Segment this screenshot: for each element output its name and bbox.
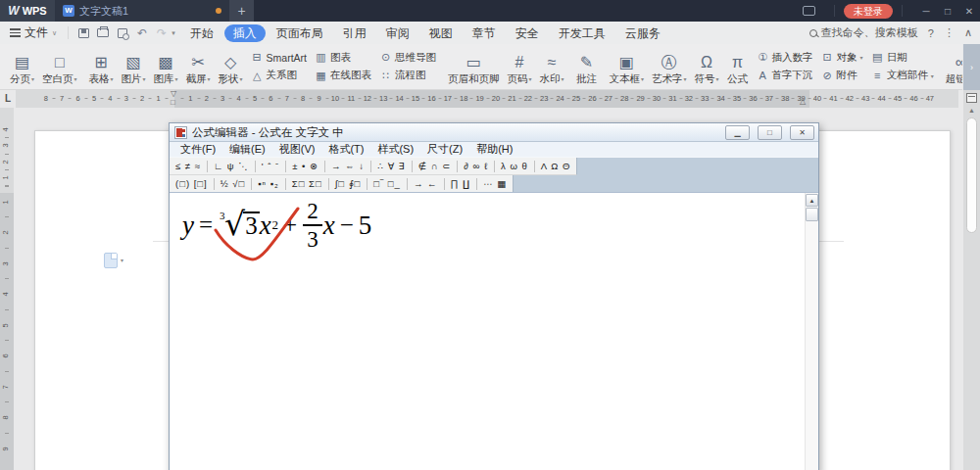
dialog-scrollbar-thumb[interactable] (806, 208, 818, 221)
ribbon-item-文档部件[interactable]: ≡文档部件▾ (871, 69, 934, 82)
file-menu-button[interactable]: 文件 ∨ (0, 24, 63, 41)
ribbon-item-截屏[interactable]: ✂截屏▾ (182, 44, 215, 89)
ribbon-item-日期[interactable]: ▤日期 (871, 51, 934, 65)
palette-button[interactable]: → ⇔ ↓ (325, 161, 370, 171)
left-indent-marker[interactable]: □ (171, 99, 175, 107)
login-button[interactable]: 未登录 (844, 4, 893, 19)
tab-引用[interactable]: 引用 (334, 24, 375, 42)
ribbon-item-附件[interactable]: ⊘附件 (821, 69, 863, 82)
ribbon-item-空白页[interactable]: □空白页▾ (38, 44, 81, 89)
dialog-menu-视图(V)[interactable]: 视图(V) (272, 142, 322, 157)
dialog-minimize-button[interactable]: ▁ (725, 125, 750, 140)
ribbon-item-图表[interactable]: ▥图表 (315, 51, 371, 65)
ribbon-item-思维导图[interactable]: ⊙思维导图 (379, 51, 436, 65)
dialog-menu-文件(F)[interactable]: 文件(F) (173, 142, 222, 157)
dialog-scroll-up-arrow[interactable]: ▲ (806, 194, 818, 207)
tab-视图[interactable]: 视图 (420, 24, 462, 42)
close-button[interactable]: ✕ (958, 6, 980, 17)
tab-审阅[interactable]: 审阅 (377, 24, 418, 42)
ribbon-item-形状[interactable]: ◇形状▾ (215, 44, 247, 89)
palette-button[interactable]: ∏ ∐ (445, 178, 477, 189)
dialog-menu-帮助(H)[interactable]: 帮助(H) (469, 142, 519, 157)
ribbon-item-流程图[interactable]: ∷流程图 (379, 69, 436, 82)
palette-button[interactable]: ⋯ ▦ (477, 178, 513, 189)
tab-章节[interactable]: 章节 (464, 24, 505, 42)
palette-button[interactable]: Σ□ Σ□ (286, 178, 328, 189)
palette-button[interactable]: ∴ ∀ ∃ (371, 161, 412, 171)
scroll-up-arrow[interactable]: ▲ (963, 107, 980, 114)
print-button[interactable] (93, 25, 113, 41)
palette-button[interactable]: ≤ ≠ ≈ (170, 161, 207, 171)
maximize-button[interactable]: □ (937, 6, 958, 17)
ruler-toggle-icon[interactable] (966, 93, 977, 103)
device-sync-icon[interactable] (803, 6, 815, 16)
dialog-menu-编辑(E)[interactable]: 编辑(E) (222, 142, 272, 157)
wps-logo[interactable]: WWPS (0, 0, 55, 22)
ribbon-item-图库[interactable]: ▩图库▾ (150, 44, 182, 89)
ribbon-item-超链接[interactable]: ∞超链接 (942, 44, 962, 89)
palette-button[interactable]: → ← (408, 178, 444, 189)
palette-button[interactable]: ʹ ˆ ˉ (256, 161, 285, 171)
ribbon-item-首字下沉[interactable]: A首字下沉 (757, 69, 813, 82)
ribbon-item-页眉和页脚[interactable]: ▭页眉和页脚 (444, 44, 504, 89)
paste-options-button[interactable]: ▾ (104, 253, 123, 268)
ribbon-item-插入数字[interactable]: ①插入数字 (757, 51, 813, 65)
tab-云服务[interactable]: 云服务 (616, 24, 669, 42)
ribbon-item-表格[interactable]: ⊞表格▾ (85, 44, 118, 89)
undo-button[interactable]: ↶ (132, 25, 152, 41)
new-tab-button[interactable]: + (229, 0, 254, 22)
first-line-indent-marker[interactable]: ▽ (171, 90, 176, 98)
palette-button[interactable]: λ ω θ (495, 161, 534, 171)
ribbon-item-图片[interactable]: ▧图片▾ (118, 44, 150, 89)
dialog-close-button[interactable]: ✕ (790, 125, 814, 140)
palette-button[interactable]: ∉ ∩ ⊂ (413, 161, 457, 171)
ribbon-expand-button[interactable]: › (963, 44, 980, 90)
ribbon-item-在线图表[interactable]: ▦在线图表 (315, 69, 371, 82)
print-preview-button[interactable] (113, 25, 132, 41)
ribbon-item-水印[interactable]: ≈水印▾ (536, 44, 568, 89)
ribbon-item-分页[interactable]: ▤分页▾ (6, 44, 38, 89)
palette-button[interactable]: ∂ ∞ ℓ (458, 161, 494, 171)
tab-开发工具[interactable]: 开发工具 (550, 24, 614, 42)
minimize-button[interactable]: ─ (915, 6, 937, 17)
document-tab[interactable]: W 文字文稿1 (55, 0, 229, 22)
dialog-titlebar[interactable]: 公式编辑器 - 公式在 文字文 中 ▁ □ ✕ (170, 123, 818, 142)
collapse-ribbon-button[interactable]: ∧ (964, 26, 972, 39)
tab-stop-selector[interactable]: L (2, 91, 14, 106)
ribbon-item-SmartArt[interactable]: ⊟SmartArt (251, 51, 307, 64)
dialog-scrollbar[interactable]: ▲ (805, 193, 818, 470)
palette-button[interactable]: Λ Ω Θ (535, 161, 577, 171)
help-button[interactable]: ? (928, 27, 934, 39)
ribbon-item-页码[interactable]: #页码▾ (504, 44, 536, 89)
palette-button[interactable]: □‾ □_ (368, 178, 407, 189)
qat-more-button[interactable]: ▾ (172, 29, 175, 37)
ribbon-item-对象[interactable]: ⊡对象▾ (821, 51, 863, 65)
palette-button[interactable]: ▪ⁿ ▪₂ (252, 178, 285, 189)
save-button[interactable] (74, 25, 93, 41)
ribbon-item-文本框[interactable]: ▣文本框▾ (606, 44, 649, 89)
ribbon-item-批注[interactable]: ✎批注 (572, 44, 602, 89)
dialog-menu-样式(S)[interactable]: 样式(S) (370, 142, 420, 157)
tab-安全[interactable]: 安全 (507, 24, 548, 42)
ribbon-item-关系图[interactable]: △关系图 (251, 69, 307, 82)
command-search[interactable]: 查找命令、搜索模板 (809, 25, 918, 40)
palette-button[interactable]: ± • ⊗ (286, 161, 324, 171)
dialog-menu-格式(T)[interactable]: 格式(T) (321, 142, 370, 157)
redo-button[interactable]: ↷ (152, 25, 172, 41)
dialog-menu-尺寸(Z)[interactable]: 尺寸(Z) (420, 142, 469, 157)
dialog-maximize-button[interactable]: □ (758, 125, 782, 140)
scrollbar-thumb[interactable] (966, 118, 977, 233)
palette-button[interactable]: ½ √□ (215, 178, 252, 189)
tab-页面布局[interactable]: 页面布局 (268, 24, 332, 42)
ribbon-item-符号[interactable]: Ω符号▾ (691, 44, 723, 89)
ribbon-item-艺术字[interactable]: Ⓐ艺术字▾ (648, 44, 691, 89)
palette-button[interactable]: ∫□ ∮□ (329, 178, 368, 189)
equation-edit-area[interactable]: y = 3 √ 3 x2 + 2 3 x − 5 ▲ (170, 192, 818, 470)
ribbon-item-公式[interactable]: π公式 (723, 44, 753, 89)
palette-button[interactable]: ∟ ψ ⋱ (208, 161, 255, 171)
more-menu-button[interactable]: ⋮ (944, 26, 955, 39)
main-scrollbar[interactable]: ▲ (963, 90, 980, 470)
tab-开始[interactable]: 开始 (181, 24, 222, 42)
palette-button[interactable]: (□) [□] (170, 178, 214, 189)
tab-插入[interactable]: 插入 (224, 24, 266, 42)
